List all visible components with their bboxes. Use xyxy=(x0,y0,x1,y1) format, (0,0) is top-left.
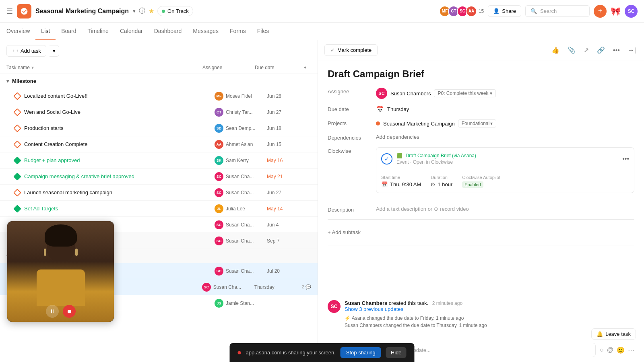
tab-messages[interactable]: Messages xyxy=(187,23,224,40)
project-name-link[interactable]: Seasonal Marketing Campaign xyxy=(383,121,455,127)
assignee-name: Sam Kerry xyxy=(226,158,249,163)
dependencies-field-row: Dependencies Add dependencies xyxy=(328,134,634,141)
cw-subtitle[interactable]: Event · Open in Clockwise xyxy=(396,159,618,165)
star-icon[interactable]: ★ xyxy=(149,7,154,15)
hamburger-menu[interactable]: ☰ xyxy=(6,7,13,16)
task-row[interactable]: Wen and Social Go-Live CT Christy Tar...… xyxy=(0,104,318,120)
tab-timeline[interactable]: Timeline xyxy=(82,23,114,40)
milestone-section-header[interactable]: ▾ Milestone xyxy=(0,74,318,88)
add-task-button[interactable]: + + Add task xyxy=(6,45,46,57)
comment-avatar: SC xyxy=(328,300,341,313)
like-button[interactable]: 👍 xyxy=(550,45,561,56)
notification-icon[interactable]: 🎀 xyxy=(611,6,621,16)
projects-value[interactable]: Seasonal Marketing Campaign Foundational… xyxy=(376,119,634,128)
plus-icon: + xyxy=(12,48,15,54)
task-due-date: Jun 27 xyxy=(267,190,311,195)
task-assignee: CT Christy Tar... xyxy=(215,108,267,117)
project-chevron-btn[interactable]: ▾ xyxy=(133,8,136,14)
cw-autopilot-value: Enabled xyxy=(462,181,500,188)
clockwise-label: Clockwise xyxy=(328,147,376,154)
mention-icon[interactable]: @ xyxy=(607,346,613,354)
add-dependencies-btn[interactable]: Add dependencies xyxy=(376,134,419,140)
more-icon[interactable]: ⋯ xyxy=(628,346,634,354)
stop-sharing-button[interactable]: Stop sharing xyxy=(341,347,381,358)
leave-task-bar[interactable]: 🔔 Leave task xyxy=(591,328,636,340)
tab-files[interactable]: Files xyxy=(252,23,275,40)
task-row[interactable]: Budget + plan approved SK Sam Kerry May … xyxy=(0,152,318,169)
assignee-field-avatar: SC xyxy=(376,88,387,99)
assignee-avatar: SK xyxy=(215,156,223,165)
search-box[interactable]: 🔍 Search xyxy=(525,5,590,17)
task-row[interactable]: Set Ad Targets JL Julia Lee May 14 xyxy=(0,201,318,217)
dependencies-value[interactable]: Add dependencies xyxy=(376,134,634,140)
task-row[interactable]: Launch seasonal marketing campaign SC Su… xyxy=(0,185,318,201)
foundational-chevron: ▾ xyxy=(490,121,493,126)
col-add-header[interactable]: + xyxy=(299,65,311,70)
tab-list[interactable]: List xyxy=(35,23,56,40)
right-panel: ✓ Mark complete 👍 📎 ↗ 🔗 ••• →| Draft Cam… xyxy=(318,40,644,362)
foundational-badge[interactable]: Foundational ▾ xyxy=(458,119,496,128)
task-assignee: SC Susan Cha... xyxy=(215,237,267,245)
add-subtask-button[interactable]: + Add subtask xyxy=(328,226,634,239)
info-icon[interactable]: ⓘ xyxy=(139,7,145,15)
status-badge[interactable]: On Track xyxy=(157,6,193,16)
tab-overview[interactable]: Overview xyxy=(6,23,35,40)
emoji-icon[interactable]: 🙂 xyxy=(617,346,625,354)
task-assignee: MF Moses Fidel xyxy=(215,92,267,101)
cw-title-text[interactable]: Draft Campaign Brief (via Asana) xyxy=(406,153,476,158)
assignee-name: Christy Tar... xyxy=(226,109,252,115)
cw-check-icon: ✓ xyxy=(381,153,392,165)
due-date-field-row: Due date 📅 Thursday xyxy=(328,105,634,113)
tab-dashboard[interactable]: Dashboard xyxy=(149,23,188,40)
calendar-icon: 📅 xyxy=(376,105,384,113)
col-name-header: Task name ▾ xyxy=(6,65,202,70)
share-task-button[interactable]: ↗ xyxy=(582,45,590,56)
tab-calendar[interactable]: Calendar xyxy=(114,23,149,40)
cw-title-block: 🟩 Draft Campaign Brief (via Asana) Event… xyxy=(396,152,618,165)
tab-board[interactable]: Board xyxy=(56,23,82,40)
cw-start-time: Start time 📅 Thu, 9:30 AM xyxy=(381,175,421,188)
description-value[interactable]: Add a text description or ⊙ record video xyxy=(376,206,634,212)
mark-complete-button[interactable]: ✓ Mark complete xyxy=(324,44,378,56)
record-button[interactable]: ⏺ xyxy=(63,305,76,318)
mark-complete-label: Mark complete xyxy=(337,47,372,53)
sort-icon[interactable]: ▾ xyxy=(31,65,34,70)
hide-button[interactable]: Hide xyxy=(386,347,407,358)
task-assignee: SC Susan Cha... xyxy=(215,188,267,197)
add-button[interactable]: + xyxy=(594,5,607,18)
task-row[interactable]: Localized content Go-Live!! MF Moses Fid… xyxy=(0,88,318,104)
add-task-chevron-btn[interactable]: ▾ xyxy=(50,45,59,57)
task-row[interactable]: Production starts SD Sean Demp... Jun 18 xyxy=(0,120,318,136)
task-assignee: SC Susan Cha... xyxy=(215,267,267,276)
task-row[interactable]: Campaign messaging & creative brief appr… xyxy=(0,169,318,185)
priority-badge[interactable]: P0: Complete this week ▾ xyxy=(434,89,495,97)
member-count: 15 xyxy=(479,8,484,14)
close-panel-button[interactable]: →| xyxy=(626,45,638,56)
task-row[interactable]: Content Creation Complete AA Ahmet Aslan… xyxy=(0,136,318,152)
description-placeholder[interactable]: Add a text description or ⊙ record video xyxy=(376,206,469,212)
comment-icons: ○ @ 🙂 ⋯ xyxy=(600,346,634,354)
task-due-date: May 16 xyxy=(267,158,311,163)
record-video-label[interactable]: record video xyxy=(440,206,469,212)
assignee-label: Assignee xyxy=(328,88,376,95)
task-detail-header: ✓ Mark complete 👍 📎 ↗ 🔗 ••• →| xyxy=(318,40,644,60)
link-button[interactable]: 🔗 xyxy=(595,45,607,56)
priority-label: P0: Complete this week xyxy=(438,90,488,96)
priority-chevron: ▾ xyxy=(490,90,492,96)
share-button[interactable]: 👤 Share xyxy=(488,5,521,17)
nav-tabs: Overview List Board Timeline Calendar Da… xyxy=(0,23,644,40)
status-dot xyxy=(162,10,165,13)
attach-button[interactable]: 📎 xyxy=(566,45,577,56)
show-updates-link[interactable]: Show 3 previous updates xyxy=(345,306,634,312)
dependencies-label: Dependencies xyxy=(328,134,376,141)
cw-more-button[interactable]: ••• xyxy=(622,155,629,162)
due-date-value[interactable]: 📅 Thursday xyxy=(376,105,634,113)
at-icon[interactable]: ○ xyxy=(600,346,604,354)
user-avatar[interactable]: SC xyxy=(625,5,638,18)
pause-button[interactable]: ⏸ xyxy=(46,305,59,318)
assignee-value[interactable]: SC Susan Chambers P0: Complete this week… xyxy=(376,88,634,99)
more-button[interactable]: ••• xyxy=(611,45,621,56)
assignee-name-field: Susan Chambers xyxy=(390,90,431,97)
task-due-date: May 21 xyxy=(267,174,311,179)
tab-forms[interactable]: Forms xyxy=(224,23,252,40)
